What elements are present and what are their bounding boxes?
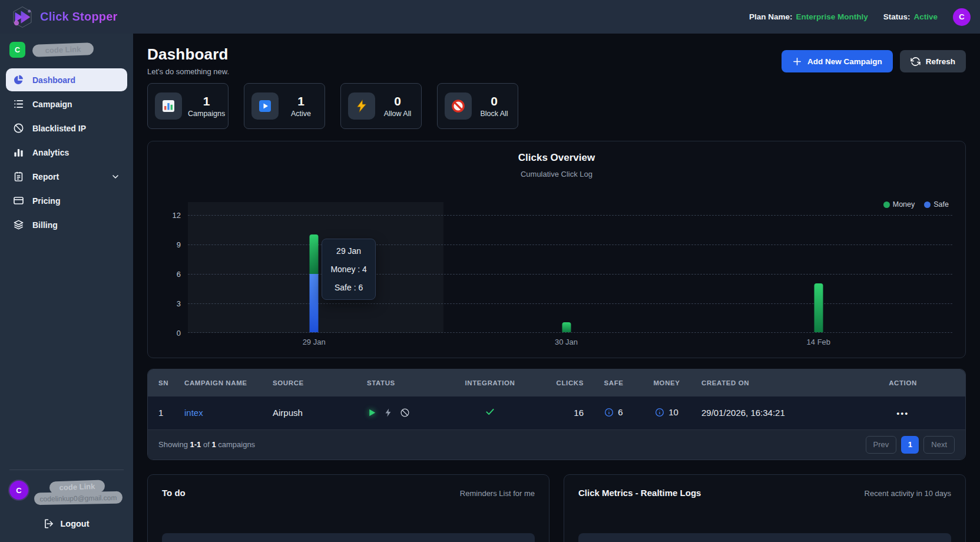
sidebar-item-blacklisted-ip[interactable]: Blacklisted IP [6, 117, 127, 140]
lightning-icon[interactable] [383, 408, 393, 418]
plan-name: Plan Name: Enterprise Monthly [749, 12, 868, 21]
app-root: Click Stopper Plan Name: Enterprise Mont… [0, 0, 980, 542]
play-button-emoji-icon [251, 92, 279, 120]
sidebar-item-analytics[interactable]: Analytics [6, 141, 127, 164]
metrics-subtitle: Recent activity in 10 days [865, 489, 951, 498]
bar-30-jan[interactable] [562, 322, 571, 332]
stat-value: 1 [297, 94, 304, 108]
stat-card-allow-all: 0 Allow All [340, 83, 422, 129]
x-tick-label: 30 Jan [555, 338, 578, 346]
chart-x-axis: 29 Jan 30 Jan 14 Feb [188, 333, 952, 348]
chart-y-axis: 12 9 6 3 0 [161, 202, 188, 333]
stat-label: Active [291, 110, 311, 118]
campaign-table: SN CAMPAIGN NAME SOURCE STATUS INTEGRATI… [148, 369, 965, 430]
ban-icon [13, 123, 24, 134]
stat-label: Campaigns [188, 110, 225, 118]
brand-name: Click Stopper [40, 10, 118, 24]
refresh-button[interactable]: Refresh [900, 50, 966, 72]
sidebar-item-pricing[interactable]: Pricing [6, 189, 127, 212]
campaign-link[interactable]: intex [184, 408, 203, 418]
tooltip-title: 29 Jan [327, 247, 370, 255]
column-header-campaign-name: CAMPAIGN NAME [181, 369, 269, 396]
cell-sn: 1 [148, 396, 181, 429]
bar-segment-money [562, 322, 571, 332]
brand-logo-icon [11, 5, 34, 29]
topbar: Click Stopper Plan Name: Enterprise Mont… [0, 0, 980, 34]
gridline [188, 303, 952, 304]
add-new-campaign-button[interactable]: Add New Campaign [782, 50, 893, 72]
brand[interactable]: Click Stopper [11, 5, 118, 29]
stat-card-block-all: 0 Block All [437, 83, 518, 129]
topbar-avatar[interactable]: C [953, 8, 971, 26]
info-icon[interactable] [604, 408, 614, 417]
column-header-clicks: CLICKS [534, 369, 587, 396]
refresh-icon [911, 57, 921, 67]
x-tick-label: 14 Feb [807, 338, 830, 346]
sidebar-item-label: Campaign [32, 100, 72, 109]
status-icons [367, 408, 442, 418]
gridline [188, 215, 952, 216]
click-metrics-panel: Click Metrics - Realtime Logs Recent act… [564, 474, 966, 542]
row-actions-menu[interactable]: ••• [896, 409, 909, 418]
sidebar-item-label: Dashboard [32, 75, 75, 85]
showing-text: Showing 1-1 of 1 campaigns [158, 440, 255, 449]
page-title: Dashboard [147, 45, 229, 64]
next-page-button[interactable]: Next [923, 436, 955, 454]
sidebar: C code Link Dashboard [0, 34, 133, 542]
block-icon[interactable] [400, 408, 410, 418]
column-header-status: STATUS [363, 369, 446, 396]
sidebar-item-label: Billing [32, 220, 58, 230]
bar-segment-money [310, 234, 319, 273]
sidebar-item-campaign[interactable]: Campaign [6, 92, 127, 115]
todo-row [162, 533, 535, 542]
bar-chart-emoji-icon [155, 92, 182, 120]
y-tick-label: 9 [177, 240, 181, 249]
info-icon[interactable] [655, 408, 664, 417]
sidebar-item-report[interactable]: Report [6, 165, 127, 188]
chevron-down-icon[interactable] [111, 172, 120, 181]
sidebar-item-dashboard[interactable]: Dashboard [6, 68, 127, 91]
sidebar-item-label: Analytics [32, 148, 69, 157]
page-subtitle: Let's do something new. [147, 67, 229, 76]
todo-title: To do [162, 488, 186, 498]
bar-14-feb[interactable] [814, 283, 823, 332]
stat-label: Allow All [384, 110, 412, 118]
tooltip-safe: Safe : 6 [327, 283, 370, 292]
campaign-table-card: SN CAMPAIGN NAME SOURCE STATUS INTEGRATI… [147, 369, 966, 460]
todo-subtitle: Reminders List for me [460, 489, 535, 498]
no-entry-emoji-icon [445, 92, 472, 120]
sidebar-footer-user: C code Link codelinkup0@gmail.com [0, 470, 133, 507]
y-tick-label: 3 [177, 299, 181, 308]
sidebar-user-avatar: C [9, 42, 25, 58]
bar-segment-money [814, 283, 823, 332]
sidebar-user: C code Link [0, 34, 133, 62]
todo-panel: To do Reminders List for me [147, 474, 549, 542]
stat-value: 0 [394, 94, 401, 108]
bar-29-jan[interactable] [310, 234, 319, 332]
column-header-money: MONEY [640, 369, 693, 396]
column-header-safe: SAFE [587, 369, 640, 396]
table-row: 1 intex Airpush [148, 396, 965, 429]
gridline [188, 244, 952, 245]
cell-money: 10 [668, 407, 678, 417]
logout-button[interactable]: Logout [0, 507, 133, 542]
chart-tooltip: 29 Jan Money : 4 Safe : 6 [322, 239, 376, 300]
x-tick-label: 29 Jan [303, 338, 326, 346]
stat-card-campaigns: 1 Campaigns [147, 83, 229, 129]
prev-page-button[interactable]: Prev [866, 436, 897, 454]
stat-label: Block All [480, 110, 508, 118]
clipboard-icon [13, 171, 24, 182]
page-1-button[interactable]: 1 [901, 436, 919, 454]
credit-card-icon [13, 195, 24, 206]
play-icon[interactable] [367, 408, 377, 418]
cell-created-on: 29/01/2026, 16:34:21 [693, 396, 840, 429]
sidebar-footer-avatar[interactable]: C [9, 481, 28, 500]
logout-label: Logout [60, 519, 89, 528]
sidebar-item-label: Report [32, 172, 59, 181]
sidebar-item-billing[interactable]: Billing [6, 213, 127, 236]
chart-area: 12 9 6 3 0 29 Jan [161, 202, 952, 333]
clicks-overview-card: Clicks Overview Cumulative Click Log Mon… [147, 141, 966, 358]
cell-safe: 6 [618, 407, 623, 417]
sidebar-item-label: Blacklisted IP [32, 124, 86, 133]
sidebar-nav: Dashboard Campaign [0, 67, 133, 237]
